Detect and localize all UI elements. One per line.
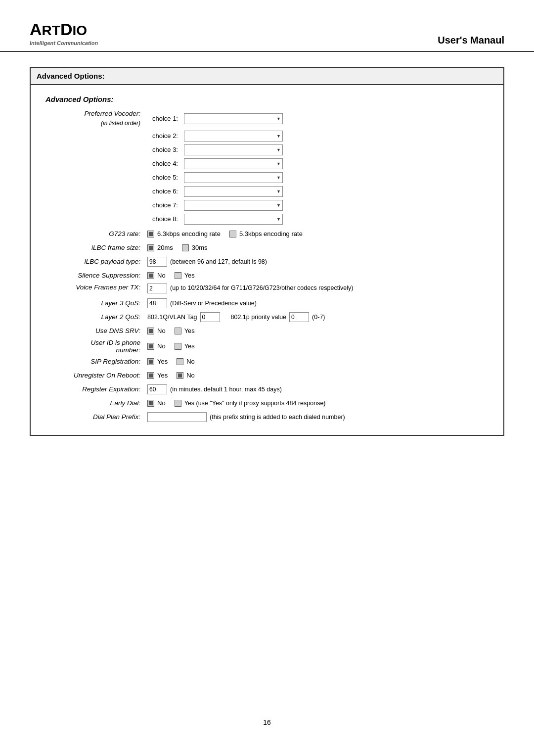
g723-rate-radio1[interactable] [147, 231, 154, 237]
early-dial-opt2-label: Yes (use "Yes" only if proxy supports 48… [184, 400, 326, 407]
sip-reg-row: SIP Registration: Yes No [45, 356, 489, 368]
logo-subtitle: Intelligent Communication [30, 40, 98, 46]
choice6-select[interactable] [184, 186, 283, 197]
ilbc-frame-label: iLBC frame size: [45, 244, 144, 251]
choice1-label: choice 1: [147, 115, 181, 122]
layer2-priority-input[interactable] [289, 312, 309, 322]
choice6-dropdown-wrapper [184, 186, 283, 197]
early-dial-radio2[interactable] [175, 400, 181, 407]
unreg-reboot-opt1-label: Yes [157, 372, 168, 379]
choice6-row: choice 6: [45, 186, 489, 197]
reg-exp-row: Register Expiration: (in minutes. defaul… [45, 383, 489, 395]
silence-radio2[interactable] [175, 272, 181, 279]
sip-reg-opt1-label: Yes [157, 358, 168, 365]
advanced-options-box: Advanced Options: Advanced Options: Pref… [30, 67, 504, 436]
ilbc-frame-row: iLBC frame size: 20ms 30ms [45, 242, 489, 254]
dns-srv-radio2[interactable] [175, 328, 181, 334]
layer3-label: Layer 3 QoS: [45, 299, 144, 307]
layer2-label: Layer 2 QoS: [45, 313, 144, 321]
sip-reg-radio2[interactable] [177, 358, 183, 365]
layer2-row: Layer 2 QoS: 802.1Q/VLAN Tag 802.1p prio… [45, 311, 489, 323]
choice1-select[interactable] [184, 113, 283, 124]
ilbc-frame-opt2-label: 30ms [192, 244, 208, 251]
layer3-note: (Diff-Serv or Precedence value) [170, 300, 257, 307]
user-id-label2: number: [45, 346, 140, 354]
choice2-label: choice 2: [147, 132, 181, 140]
page-title: User's Manaul [438, 35, 504, 46]
ilbc-payload-input[interactable] [147, 257, 167, 267]
choice6-label: choice 6: [147, 188, 181, 195]
choice5-select[interactable] [184, 172, 283, 183]
preferred-vocoder-row: Preferred Vocoder: (in listed order) cho… [45, 109, 489, 128]
choice7-label: choice 7: [147, 201, 181, 209]
silence-opt1-label: No [157, 272, 166, 279]
choice8-select[interactable] [184, 214, 283, 225]
dns-srv-radio1[interactable] [147, 328, 154, 334]
unreg-reboot-label: Unregister On Reboot: [45, 372, 144, 379]
choice3-row: choice 3: [45, 144, 489, 156]
choice7-row: choice 7: [45, 199, 489, 211]
voice-frames-label: Voice Frames per TX: [45, 284, 144, 291]
ilbc-payload-note: (between 96 and 127, default is 98) [170, 258, 267, 265]
sip-reg-opt2-label: No [186, 358, 195, 365]
section-title: Advanced Options: [45, 95, 489, 103]
advanced-options-header: Advanced Options: [31, 68, 503, 85]
ilbc-payload-label: iLBC payload type: [45, 258, 144, 265]
choice8-dropdown-wrapper [184, 214, 283, 225]
choice4-label: choice 4: [147, 160, 181, 167]
dial-plan-input[interactable] [147, 412, 207, 422]
choice7-select[interactable] [184, 200, 283, 211]
g723-rate-label: G723 rate: [45, 230, 144, 237]
advanced-options-body: Advanced Options: Preferred Vocoder: (in… [31, 85, 503, 435]
g723-rate-radio2[interactable] [229, 231, 236, 237]
ilbc-payload-row: iLBC payload type: (between 96 and 127, … [45, 256, 489, 268]
choice3-select[interactable] [184, 144, 283, 155]
dns-srv-opt1-label: No [157, 327, 166, 334]
choice4-dropdown-wrapper [184, 158, 283, 169]
early-dial-label: Early Dial: [45, 399, 144, 407]
choice5-label: choice 5: [147, 174, 181, 181]
layer3-input[interactable] [147, 298, 167, 308]
dial-plan-note: (this prefix string is added to each dia… [210, 414, 345, 421]
dial-plan-row: Dial Plan Prefix: (this prefix string is… [45, 411, 489, 423]
user-id-radio2[interactable] [175, 343, 181, 350]
sip-reg-radio1[interactable] [147, 358, 154, 365]
user-id-row: User ID is phone number: No Yes [45, 339, 489, 354]
choice3-label: choice 3: [147, 146, 181, 153]
voice-frames-input[interactable] [147, 284, 167, 293]
page-number: 16 [0, 718, 534, 726]
silence-row: Silence Suppression: No Yes [45, 270, 489, 282]
early-dial-radio1[interactable] [147, 400, 154, 407]
unreg-reboot-radio2[interactable] [177, 372, 183, 379]
g723-rate-opt2-label: 5.3kbps encoding rate [239, 230, 303, 237]
choice8-row: choice 8: [45, 213, 489, 225]
reg-exp-label: Register Expiration: [45, 385, 144, 393]
layer2-vlan-input[interactable] [200, 312, 220, 322]
logo-text: ARTDIO [30, 21, 87, 39]
layer3-row: Layer 3 QoS: (Diff-Serv or Precedence va… [45, 297, 489, 309]
g723-rate-row: G723 rate: 6.3kbps encoding rate 5.3kbps… [45, 228, 489, 240]
preferred-vocoder-label: Preferred Vocoder: (in listed order) [84, 109, 140, 128]
silence-label: Silence Suppression: [45, 272, 144, 279]
choice2-select[interactable] [184, 131, 283, 142]
early-dial-row: Early Dial: No Yes (use "Yes" only if pr… [45, 397, 489, 409]
ilbc-frame-radio2[interactable] [182, 244, 189, 251]
reg-exp-input[interactable] [147, 384, 167, 394]
layer2-priority-label: 802.1p priority value [231, 314, 287, 321]
user-id-opt2-label: Yes [184, 342, 195, 350]
dial-plan-label: Dial Plan Prefix: [45, 413, 144, 421]
choice2-row: choice 2: [45, 130, 489, 142]
user-id-radio1[interactable] [147, 343, 154, 350]
silence-opt2-label: Yes [184, 272, 195, 279]
choice4-select[interactable] [184, 158, 283, 169]
reg-exp-note: (in minutes. default 1 hour, max 45 days… [170, 386, 282, 393]
silence-radio1[interactable] [147, 272, 154, 279]
voice-frames-note: (up to 10/20/32/64 for G711/G726/G723/ot… [170, 284, 353, 293]
unreg-reboot-radio1[interactable] [147, 372, 154, 379]
choice8-label: choice 8: [147, 215, 181, 223]
choice5-dropdown-wrapper [184, 172, 283, 183]
layer2-vlan-label: 802.1Q/VLAN Tag [147, 314, 197, 321]
choice4-row: choice 4: [45, 158, 489, 170]
ilbc-frame-radio1[interactable] [147, 244, 154, 251]
user-id-opt1-label: No [157, 342, 166, 350]
